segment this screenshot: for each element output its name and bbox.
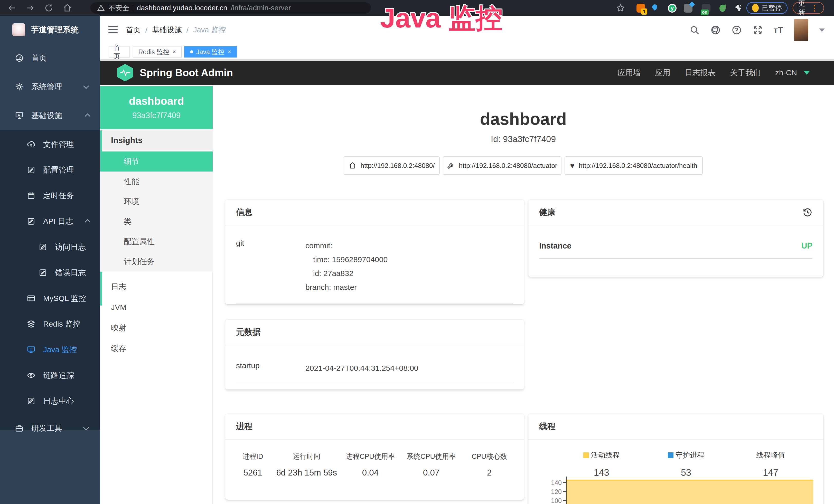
tab-home[interactable]: 首页 [109,46,130,58]
process-card-header: 进程 [225,414,524,439]
extension-green-y-icon[interactable]: y [668,4,677,13]
search-icon[interactable] [689,25,700,35]
brand-title: 芋道管理系统 [31,24,79,35]
sidebar-item-file-management[interactable]: 文件管理 [0,132,100,157]
breadcrumb-home[interactable]: 首页 [126,25,141,35]
edit-icon [27,166,36,174]
browser-back-icon[interactable] [7,3,17,13]
sidebar-item-access-logs[interactable]: 访问日志 [0,234,100,260]
actuator-url-button[interactable]: http://192.168.0.2:48080/actuator [443,156,562,175]
sba-item-logs[interactable]: 日志 [100,277,213,297]
heartbeat-icon: ♥ [570,162,575,169]
browser-forward-icon[interactable] [26,3,35,13]
process-table-values: 5261 6d 23h 15m 59s 0.04 0.07 2 [233,461,516,478]
tab-close-icon[interactable]: × [227,48,231,55]
browser-menu-icon[interactable]: ⋮ [811,4,818,13]
tab-close-icon[interactable]: × [172,48,176,55]
sba-item-caches[interactable]: 缓存 [100,338,213,359]
schedule-icon [27,191,36,200]
sba-item-details[interactable]: 细节 [100,152,213,171]
annotation-java-monitor: Java 监控 [380,0,503,37]
sba-nav-wallboard[interactable]: 应用墙 [617,68,641,78]
sba-item-mappings[interactable]: 映射 [100,318,213,338]
sba-locale-selector[interactable]: zh-CN [775,68,797,77]
sba-nav-about[interactable]: 关于我们 [730,68,761,78]
sba-nav-applications[interactable]: 应用 [655,68,671,78]
tab-label: 首页 [113,43,125,60]
locale-caret-icon[interactable] [804,71,810,75]
user-avatar[interactable] [794,19,808,41]
breadcrumb-infra[interactable]: 基础设施 [152,25,182,35]
browser-reload-icon[interactable] [44,3,53,13]
github-icon[interactable] [710,25,721,35]
fullscreen-icon[interactable] [752,25,763,35]
brand-row[interactable]: 芋道管理系统 [0,16,100,44]
sba-item-environment[interactable]: 环境 [100,191,213,211]
tab-java-monitor[interactable]: Java 监控 × [184,46,237,58]
history-icon[interactable] [802,207,813,218]
bookmark-star-icon[interactable] [616,3,625,13]
instance-id: 93a3fc7f7409 [100,111,213,120]
url-host[interactable]: dashboard.yudao.iocoder.cn [137,4,227,12]
sba-section-insights[interactable]: Insights [100,131,213,150]
sidebar-item-mysql-monitor[interactable]: MySQL 监控 [0,285,100,311]
sba-nav: 应用墙 应用 日志报表 关于我们 zh-CN [617,61,810,85]
home-icon [349,162,356,169]
profile-paused-chip[interactable]: 已暂停 [746,2,788,14]
sba-brand-title[interactable]: Spring Boot Admin [140,67,233,78]
process-card: 进程 进程ID 运行时间 进程CPU使用率 系统CPU使用率 CPU核心数 52… [225,414,524,500]
extension-switch-icon[interactable]: on [702,4,710,13]
address-bar[interactable]: 不安全 dashboard.yudao.iocoder.cn /infra/ad… [90,2,371,14]
extension-grid-icon[interactable] [684,4,693,13]
cloud-upload-icon [27,140,36,148]
tab-redis-monitor[interactable]: Redis 监控 × [133,46,182,58]
sidebar-item-scheduled-jobs[interactable]: 定时任务 [0,183,100,208]
sba-item-scheduled-tasks[interactable]: 计划任务 [100,252,213,272]
sba-item-metrics[interactable]: 性能 [100,171,213,191]
sidebar-item-system[interactable]: 系统管理 [0,74,100,100]
admin-sidebar: 芋道管理系统 首页 系统管理 基础设施 文件管理 配置管理 定时任务 API 日… [0,16,100,504]
sidebar-toggle-icon[interactable] [108,26,118,33]
extension-orange-icon[interactable]: 1 [636,4,645,13]
sidebar-item-infrastructure[interactable]: 基础设施 [0,103,100,129]
sba-nav-journal[interactable]: 日志报表 [685,68,716,78]
sidebar-item-error-logs[interactable]: 错误日志 [0,260,100,285]
sidebar-item-tracing[interactable]: 链路追踪 [0,363,100,388]
browser-update-button[interactable]: 更新 ⋮ [793,2,824,14]
sidebar-item-java-monitor[interactable]: Java 监控 [0,337,100,363]
breadcrumb-current: Java 监控 [193,25,226,35]
health-url-button[interactable]: ♥ http://192.168.0.2:48080/actuator/heal… [565,156,703,175]
chevron-up-icon [85,219,91,225]
service-url-button[interactable]: http://192.168.0.2:48080/ [344,156,440,175]
security-label[interactable]: 不安全 [108,3,129,13]
sidebar-item-home[interactable]: 首页 [0,45,100,71]
sba-item-config-props[interactable]: 配置属性 [100,232,213,252]
url-path[interactable]: /infra/admin-server [231,4,291,12]
active-tab-dot [190,50,193,53]
sba-item-jvm[interactable]: JVM [100,297,213,317]
help-icon[interactable] [731,25,742,35]
sidebar-item-log-center[interactable]: 日志中心 [0,388,100,414]
sidebar-item-config-management[interactable]: 配置管理 [0,157,100,183]
font-size-icon[interactable]: тT [774,25,783,35]
browser-home-icon[interactable] [63,3,72,13]
sidebar-item-redis-monitor[interactable]: Redis 监控 [0,311,100,337]
health-key: Instance [539,241,571,251]
sba-item-classes[interactable]: 类 [100,211,213,232]
daemon-threads-stat: 守护进程 53 [644,450,728,478]
database-icon [27,294,36,303]
sidebar-item-api-logs[interactable]: API 日志 [0,208,100,234]
extension-sprout-icon[interactable] [718,4,727,13]
card-title: 进程 [236,421,253,432]
extension-pin-icon[interactable] [650,4,659,13]
instance-header[interactable]: dashboard 93a3fc7f7409 [100,86,213,129]
avatar-caret-icon[interactable] [819,28,825,32]
live-threads-stat: 活动线程 143 [559,450,644,478]
extensions-puzzle-icon[interactable] [733,4,742,13]
chart-y-axis-labels: 140 120 100 [544,475,562,504]
not-secure-warning-icon [97,4,105,12]
header-toolbar: тT [689,16,825,44]
paused-chip-label: 已暂停 [762,4,782,13]
sidebar-item-dev-tools[interactable]: 研发工具 [0,415,100,441]
log-icon [27,217,36,226]
